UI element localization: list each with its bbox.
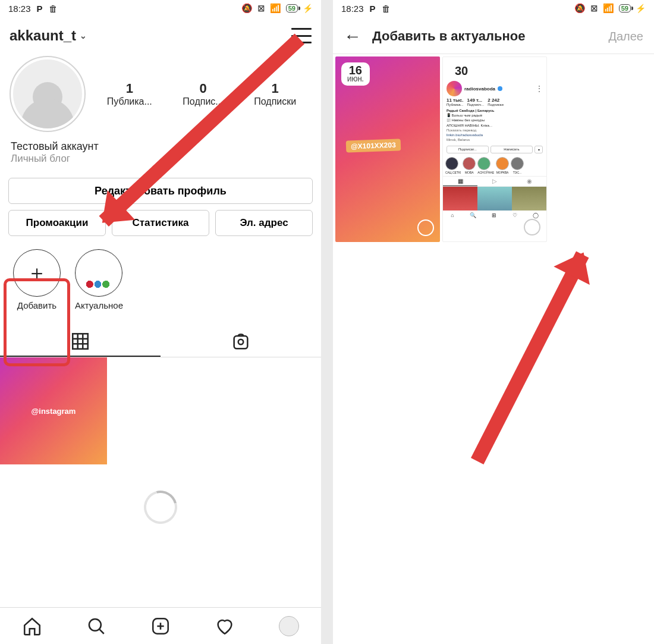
story-archive: 16 июн. @X101XX203 30 radiosvaboda ⋮	[333, 54, 654, 244]
stat-following[interactable]: 1 Подписки	[254, 81, 296, 107]
email-button[interactable]: Эл. адрес	[215, 210, 313, 236]
story-tile-2[interactable]: 30 radiosvaboda ⋮ 11 тыс.Публика... 149 …	[442, 56, 547, 242]
highlight-actual-label: Актуальное	[75, 300, 123, 310]
status-time: 18:23	[8, 4, 31, 14]
more-icon: ⋮	[536, 84, 543, 93]
post-tag: @instagram	[32, 407, 76, 416]
mini-grid	[443, 187, 546, 211]
add-highlight-header: ← Добавить в актуальное Далее	[333, 17, 654, 54]
tagged-icon: ◉	[512, 177, 546, 186]
loading-spinner	[138, 485, 183, 530]
bottom-nav	[0, 607, 321, 644]
highlight-add-label: Добавить	[13, 300, 61, 310]
highlight-actual[interactable]: Актуальное	[75, 249, 123, 310]
add-icon: ⊞	[492, 212, 496, 218]
statusbar: 18:23 P 🗑 🔕 ⊠ 📶 59 ⚡	[0, 0, 321, 17]
home-icon[interactable]	[22, 616, 42, 636]
search-icon: 🔍	[470, 212, 476, 218]
bio-name: Тестовый аккаунт	[11, 140, 310, 153]
statistics-button[interactable]: Статистика	[112, 210, 209, 236]
screen-profile: 18:23 P 🗑 🔕 ⊠ 📶 59 ⚡ akkaunt_t ⌄	[0, 0, 321, 644]
tab-grid[interactable]	[0, 327, 161, 357]
profile-stats: 1 Публика... 0 Подпис... 1 Подписки	[92, 81, 312, 107]
stat-posts[interactable]: 1 Публика...	[107, 81, 152, 107]
post-thumb[interactable]: @instagram	[0, 357, 107, 464]
profile-top: 1 Публика... 0 Подпис... 1 Подписки	[0, 46, 321, 136]
mention-tag: @X101XX203	[345, 139, 400, 153]
mini-profile-header: radiosvaboda ⋮	[443, 77, 546, 98]
highlight-thumb	[75, 249, 122, 297]
username-switcher[interactable]: akkaunt_t ⌄	[10, 27, 87, 44]
post-grid: @instagram	[0, 357, 321, 464]
select-ring-icon	[417, 219, 434, 236]
edit-profile-button[interactable]: Редактировать профиль	[8, 178, 313, 204]
tagged-icon	[231, 332, 251, 352]
mini-username: radiosvaboda	[464, 86, 495, 92]
grid-icon: ▦	[443, 177, 477, 186]
svg-point-2	[238, 340, 244, 345]
highlights-row: ＋ Добавить Актуальное	[0, 236, 321, 316]
home-icon: ⌂	[451, 212, 454, 218]
mute-icon: 🔕	[241, 3, 253, 14]
menu-button[interactable]	[291, 28, 312, 43]
status-time: 18:23	[341, 4, 364, 14]
profile-bio: Тестовый аккаунт Личный блог	[0, 136, 321, 169]
promo-button[interactable]: Промоакции	[8, 210, 106, 236]
profile-icon: ◯	[533, 212, 539, 218]
post-tabs	[0, 327, 321, 357]
tab-tagged[interactable]	[161, 327, 321, 357]
mini-stats: 11 тыс.Публика... 149 т...Подписч... 2 2…	[443, 98, 546, 108]
p-icon: P	[370, 4, 376, 14]
page-title: Добавить в актуальное	[372, 29, 598, 44]
statusbar: 18:23 P 🗑 🔕 ⊠ 📶 59 ⚡	[333, 0, 654, 17]
mini-buttons: Подписат... Написать ▾	[443, 144, 546, 155]
nav-profile-icon[interactable]	[279, 616, 299, 636]
mini-avatar	[447, 81, 462, 96]
back-arrow-icon[interactable]: ←	[344, 26, 361, 46]
battery-icon: 59	[286, 4, 298, 12]
screen-add-highlight: 18:23 P 🗑 🔕 ⊠ 📶 59 ⚡ ← Добавить в актуал…	[333, 0, 654, 644]
charging-icon: ⚡	[303, 4, 313, 13]
mute-icon: 🔕	[574, 3, 586, 14]
profile-avatar[interactable]	[10, 56, 86, 132]
highlight-add[interactable]: ＋ Добавить	[13, 249, 61, 310]
trash-icon: 🗑	[49, 4, 58, 14]
profile-buttons: Редактировать профиль Промоакции Статист…	[0, 169, 321, 236]
date-chip: 30	[449, 63, 474, 80]
svg-rect-1	[234, 336, 248, 348]
svg-rect-0	[73, 334, 88, 349]
charging-icon: ⚡	[636, 4, 646, 13]
svg-point-3	[89, 618, 101, 630]
select-ring-icon	[524, 219, 540, 235]
reels-icon: ▷	[477, 177, 512, 186]
username-label: akkaunt_t	[10, 27, 76, 44]
box-x-icon: ⊠	[590, 3, 598, 14]
mini-bio: Радыё Свабода | Беларусь 📱 Больш чым рад…	[443, 108, 546, 144]
p-icon: P	[37, 4, 43, 14]
profile-header: akkaunt_t ⌄	[0, 17, 321, 46]
avatar-body	[21, 99, 74, 128]
chevron-down-icon: ⌄	[80, 31, 87, 40]
stat-followers[interactable]: 0 Подпис...	[183, 81, 223, 107]
battery-icon: 59	[619, 4, 631, 12]
trash-icon: 🗑	[382, 4, 391, 14]
bio-category: Личный блог	[11, 153, 310, 165]
wifi-icon: 📶	[603, 3, 614, 14]
mini-highlights: САЦ.СЕТКІ МОВА АСНОЎНАЕ МОРКВА ТЭС...	[443, 155, 546, 176]
plus-icon: ＋	[13, 249, 61, 297]
wifi-icon: 📶	[270, 3, 281, 14]
box-x-icon: ⊠	[257, 3, 265, 14]
grid-icon	[70, 331, 90, 351]
mini-tabs: ▦ ▷ ◉	[443, 176, 546, 187]
heart-icon[interactable]	[215, 616, 235, 636]
date-chip: 16 июн.	[341, 62, 370, 86]
verified-icon	[498, 86, 502, 91]
story-tile-1[interactable]: 16 июн. @X101XX203	[335, 56, 440, 242]
next-button[interactable]: Далее	[608, 30, 643, 43]
add-post-icon[interactable]	[150, 616, 171, 636]
search-icon[interactable]	[86, 616, 106, 636]
heart-icon: ♡	[512, 212, 517, 218]
